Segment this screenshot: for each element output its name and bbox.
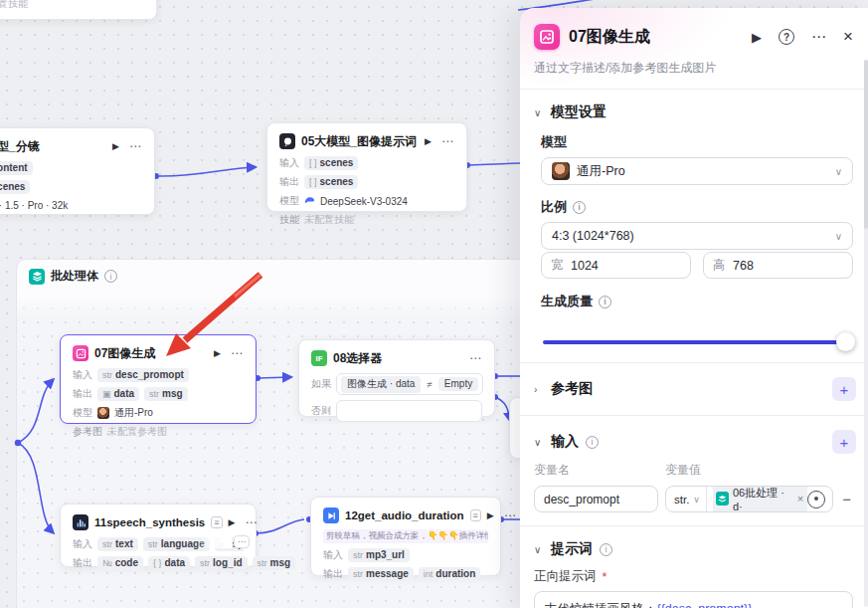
chevron-down-icon: ∨ [835,231,842,242]
condition-right: Empty [438,377,478,391]
node-run-button[interactable]: ▶ [487,510,494,520]
selector-node[interactable]: IF 08选择器 ⋯ 如果 图像生成 · data ≠ Empty 否则 [298,339,495,417]
tag-scenes: [ ]scenes [304,156,358,170]
panel-title: 07图像生成 [569,27,743,48]
model-row-value: 通用-Pro [114,406,153,420]
input-row-label: 输入 [73,537,92,551]
deepseek-icon [304,196,315,207]
ratio-value: 4:3 (1024*768) [552,229,634,243]
model-row-value: DeepSeek-V3-0324 [320,196,408,207]
node-description: 剪映草稿，视频合成方案，👇👇👇插件详情页查看案例 [323,529,488,543]
node-title: 07图像生成 [94,345,155,362]
width-field[interactable]: 宽 [541,252,691,279]
col-var-value: 变量值 [665,462,701,479]
node-more-button[interactable]: ⋯ [441,134,454,148]
else-row-label: 否则 [311,404,331,418]
workflow-canvas[interactable]: 批处理体 i 技能 未配置技能 [0,0,868,608]
height-field[interactable]: 高 [703,252,853,279]
width-prefix: 宽 [551,257,563,274]
input-row-label: 输入 [279,156,299,170]
model-select[interactable]: 通用-Pro ∨ [541,157,853,185]
image-gen-icon [534,24,560,50]
node-more-button[interactable]: ⋯ [504,508,517,522]
chevron-down-icon: ∨ [534,544,544,555]
model-settings-section-header[interactable]: ∨ 模型设置 [520,90,868,125]
positive-prompt-label: 正向提示词* [534,560,853,591]
reference-row-value: 未配置参考图 [107,425,167,439]
partial-node-top[interactable]: 技能 未配置技能 [0,0,157,20]
batch-layers-icon [29,269,45,285]
scrollbar-thumb[interactable] [864,60,868,229]
condition-box[interactable]: 图像生成 · data ≠ Empty [336,373,483,395]
var-value-field[interactable]: str. ∨ 06批处理 · d· × [665,486,833,512]
node-run-button[interactable]: ▶ [214,348,221,358]
more-menu-button[interactable]: ⋯ [811,28,826,46]
add-reference-button[interactable]: + [832,377,856,401]
width-input[interactable] [571,259,640,273]
reference-mode-toggle-icon[interactable] [807,491,825,508]
llm-icon [279,133,295,149]
audio-duration-node[interactable]: 12get_audio_duration ≡ ▶ ⋯ 剪映草稿，视频合成方案，👇… [310,497,501,576]
model-avatar [97,407,109,419]
section-title: 输入 [551,433,579,451]
remove-row-button[interactable]: − [840,491,853,507]
node-title: 11speech_synthesis [94,516,205,528]
remove-reference-icon[interactable]: × [797,493,803,505]
section-title: 提示词 [551,540,593,558]
chevron-down-icon: ∨ [693,495,700,505]
image-gen-node[interactable]: 07图像生成 ▶ ⋯ 输入 strdesc_promopt 输出 ▣data s… [60,334,257,424]
col-var-name: 变量名 [534,462,665,479]
node-run-button[interactable]: ▶ [229,517,236,527]
if-row-label: 如果 [311,377,331,391]
node-more-button[interactable]: ⋯ [231,346,244,360]
node-run-button[interactable]: ▶ [112,141,119,151]
prompt-variable-token: {{desc_promopt}} [657,602,753,608]
reference-row-label: 参考图 [73,425,102,439]
help-icon[interactable]: ? [779,29,794,45]
run-node-button[interactable]: ▶ [752,30,762,45]
model-row-value: 豆包 · 1.5 · Pro · 32k [0,199,68,213]
quality-slider[interactable] [543,332,851,352]
node-title: 12get_audio_duration [345,509,464,521]
model-avatar [552,162,570,180]
add-input-button[interactable]: + [832,430,856,454]
positive-prompt-textarea[interactable]: 古代惊悚插画风格：{{desc_promopt}} [534,591,853,608]
tag-mp3-url: strmp3_url [348,548,410,562]
slider-thumb[interactable] [836,332,855,351]
info-icon: i [573,201,586,214]
panel-scrollbar[interactable] [864,60,868,607]
prompt-section-header[interactable]: ∨ 提示词 i [520,526,868,560]
input-row-label: 输入 [73,368,92,382]
node-more-button[interactable]: ⋯ [469,351,482,365]
node-title: 08选择器 [333,350,382,367]
storyboard-node[interactable]: 大模型_分镜 ▶ ⋯ 输入 [ ]content 输出 [ ]scenes 模型… [0,127,155,215]
tag-log-id: strlog_id [195,556,247,570]
node-more-button[interactable]: ⋯ [245,515,258,529]
overflow-more-button[interactable]: ⋯ [234,535,250,548]
tag-text: strtext [97,537,138,551]
else-box[interactable] [336,400,482,422]
input-section-header[interactable]: ∨ 输入 i + [520,416,868,460]
chevron-right-icon: › [534,384,544,395]
prompt-llm-node[interactable]: 05大模型_图像提示词 ▶ ⋯ 输入 [ ]scenes 输出 [ ]scene… [266,122,467,212]
var-name-input[interactable] [544,493,648,507]
tag-msg: strmsg [144,387,188,401]
var-name-field[interactable] [534,486,658,512]
quality-label: 生成质量i [541,279,853,316]
node-title: 05大模型_图像提示词 [301,133,417,150]
close-panel-button[interactable]: × [843,27,853,47]
reference-section-header[interactable]: › 参考图 + [520,363,868,415]
prompt-text: 古代惊悚插画风格： [545,602,657,608]
speech-node[interactable]: 11speech_synthesis ≡ ▶ ⋯ 输入 strtext strl… [60,504,257,567]
height-input[interactable] [733,259,802,273]
var-type-select[interactable]: str. ∨ [666,487,707,511]
reference-value-tag[interactable]: 06批处理 · d· × [713,486,807,512]
chevron-down-icon: ∨ [534,107,544,118]
image-gen-icon [73,345,88,361]
height-prefix: 高 [713,257,725,274]
node-run-button[interactable]: ▶ [425,136,432,146]
ratio-select[interactable]: 4:3 (1024*768) ∨ [541,222,853,250]
node-more-button[interactable]: ⋯ [129,139,142,153]
config-panel: 07图像生成 ▶ ? ⋯ × 通过文字描述/添加参考图生成图片 ∨ 模型设置 模… [520,8,868,608]
skill-row-value: 未配置技能 [304,213,354,227]
